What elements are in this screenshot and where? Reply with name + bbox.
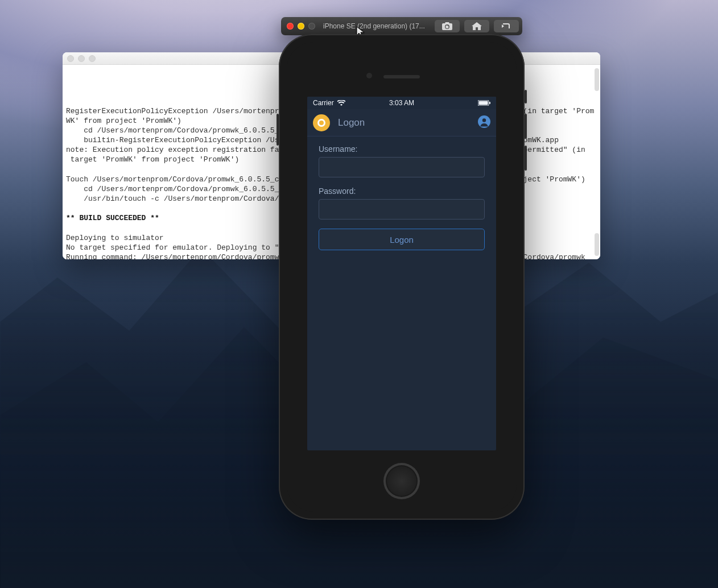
app-logo-ring — [317, 119, 325, 127]
screenshot-button[interactable] — [435, 20, 460, 32]
svg-rect-1 — [479, 101, 488, 105]
phone-home-button[interactable] — [383, 463, 420, 499]
ios-statusbar: Carrier 3:03 AM — [307, 97, 496, 109]
phone-volume-down — [525, 146, 527, 171]
traffic-light-close[interactable] — [287, 23, 294, 30]
svg-point-4 — [482, 118, 486, 122]
app-body: Username: Password: Logon — [307, 136, 496, 258]
terminal-scrollbar[interactable] — [595, 68, 599, 91]
username-label: Username: — [319, 144, 485, 154]
terminal-scrollbar[interactable] — [595, 233, 599, 256]
phone-screen[interactable]: Carrier 3:03 AM Logon — [307, 97, 496, 450]
username-input[interactable] — [319, 157, 485, 177]
phone-mute-switch — [525, 90, 527, 103]
svg-rect-2 — [489, 102, 490, 104]
phone-bezel: Carrier 3:03 AM Logon — [287, 42, 517, 512]
phone-volume-up — [525, 114, 527, 139]
username-group: Username: — [319, 144, 485, 177]
rotate-button[interactable] — [494, 20, 519, 32]
phone-camera — [366, 73, 372, 78]
phone-frame: Carrier 3:03 AM Logon — [279, 34, 525, 520]
app-header: Logon — [307, 109, 496, 136]
rotate-icon — [501, 22, 511, 30]
logon-button[interactable]: Logon — [319, 229, 485, 250]
password-input[interactable] — [319, 199, 485, 220]
wifi-icon — [337, 100, 345, 106]
password-label: Password: — [319, 187, 485, 196]
app-title: Logon — [338, 117, 470, 129]
phone-power-button — [277, 114, 279, 146]
home-icon — [472, 22, 482, 30]
traffic-light-minimize[interactable] — [78, 55, 85, 62]
traffic-light-close[interactable] — [67, 55, 74, 62]
carrier-label: Carrier — [313, 99, 334, 107]
phone-earpiece — [383, 75, 420, 78]
app-logo — [313, 114, 330, 131]
simulator-titlebar[interactable]: iPhone SE (2nd generation) (17... — [281, 17, 522, 35]
camera-icon — [442, 22, 452, 30]
home-button[interactable] — [464, 20, 489, 32]
traffic-light-zoom[interactable] — [308, 23, 315, 30]
simulator-title: iPhone SE (2nd generation) (17... — [323, 22, 430, 30]
traffic-light-zoom[interactable] — [89, 55, 96, 62]
battery-icon — [478, 100, 490, 106]
traffic-light-minimize[interactable] — [298, 23, 304, 30]
simulator-traffic-lights — [287, 23, 315, 30]
password-group: Password: — [319, 187, 485, 220]
user-icon[interactable] — [478, 115, 490, 130]
